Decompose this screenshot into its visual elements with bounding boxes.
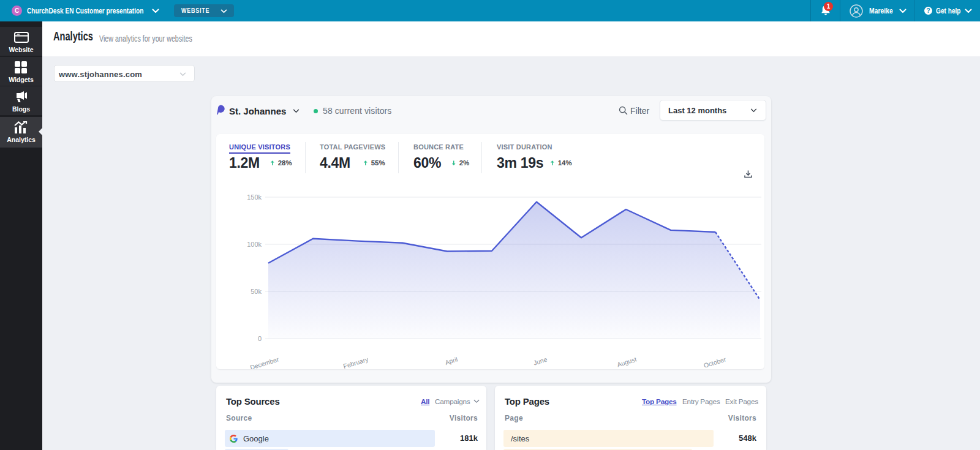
- svg-text:0: 0: [258, 335, 262, 342]
- svg-text:April: April: [444, 355, 459, 366]
- svg-text:June: June: [532, 355, 548, 366]
- svg-text:October: October: [703, 355, 727, 369]
- svg-text:February: February: [342, 355, 369, 369]
- svg-text:150k: 150k: [247, 193, 262, 201]
- svg-text:50k: 50k: [251, 288, 262, 295]
- svg-text:August: August: [616, 355, 638, 368]
- svg-text:December: December: [249, 355, 280, 369]
- svg-text:100k: 100k: [247, 241, 262, 248]
